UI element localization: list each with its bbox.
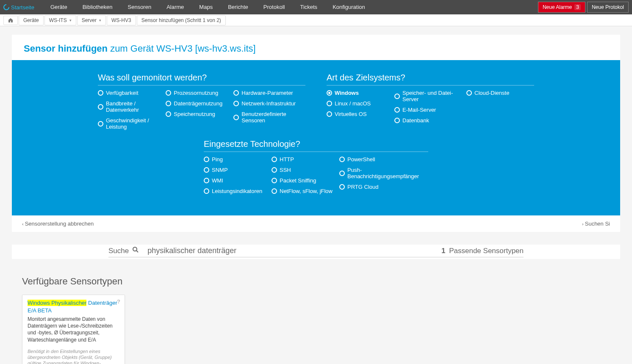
- filter-option[interactable]: NetFlow, sFlow, jFlow: [272, 188, 339, 194]
- new-protokoll-badge[interactable]: Neue Protokol: [587, 2, 629, 13]
- radio-icon: [394, 118, 400, 123]
- help-icon[interactable]: ?: [117, 298, 120, 305]
- breadcrumb-item[interactable]: Server▾: [77, 15, 106, 25]
- radio-icon: [98, 90, 103, 96]
- filter-option[interactable]: HTTP: [272, 156, 339, 163]
- cancel-label: Sensorerstellung abbrechen: [25, 221, 94, 227]
- actions-bar: ‹ Sensorerstellung abbrechen › Suchen Si: [12, 215, 620, 232]
- filter-option[interactable]: PRTG Cloud: [339, 184, 428, 190]
- filter-title-tech: Eingesetzte Technologie?: [204, 139, 428, 152]
- cancel-sensor-creation[interactable]: ‹ Sensorerstellung abbrechen: [22, 221, 94, 227]
- radio-icon: [204, 188, 209, 194]
- filter-option[interactable]: Netzwerk-Infrastruktur: [233, 100, 305, 107]
- filter-option-label: E-Mail-Server: [402, 107, 436, 113]
- filter-title-monitor: Was soll gemonitort werden?: [98, 73, 305, 85]
- topnav-item[interactable]: Maps: [191, 0, 220, 14]
- filter-option[interactable]: Push-Benachrichtigungsempfänger: [339, 167, 428, 179]
- filter-title-target: Art des Zielsystems?: [327, 73, 534, 85]
- chevron-left-icon: ‹: [22, 221, 24, 226]
- breadcrumb-item[interactable]: Sensor hinzufügen (Schritt 1 von 2): [137, 15, 226, 25]
- sensor-card[interactable]: ? Windows Physikalischer Datenträger E/A…: [22, 295, 125, 364]
- new-alarms-badge[interactable]: Neue Alarme3: [538, 2, 585, 13]
- radio-icon: [166, 90, 171, 96]
- filter-option[interactable]: Virtuelles OS: [327, 111, 394, 117]
- topnav-item[interactable]: Alarme: [159, 0, 191, 14]
- radio-icon: [394, 107, 400, 113]
- topnav-item[interactable]: Konfiguration: [325, 0, 373, 14]
- filter-option[interactable]: Windows: [327, 90, 394, 96]
- filter-option-label: Linux / macOS: [335, 100, 371, 107]
- filter-option[interactable]: Hardware-Parameter: [233, 90, 305, 96]
- filter-option-label: Leistungsindikatoren: [212, 188, 262, 194]
- filter-option-label: HTTP: [280, 156, 294, 163]
- filter-option[interactable]: Benutzerdefinierte Sensoren: [233, 111, 305, 124]
- filter-option[interactable]: Packet Sniffing: [272, 177, 339, 184]
- radio-icon: [272, 178, 277, 183]
- search-direct-link[interactable]: › Suchen Si: [582, 221, 610, 227]
- topnav-item[interactable]: Geräte: [43, 0, 75, 14]
- topnav-item[interactable]: Berichte: [220, 0, 256, 14]
- filter-option-label: Benutzerdefinierte Sensoren: [241, 111, 305, 124]
- filter-option-label: Speicher- und Datei-Server: [402, 90, 466, 102]
- breadcrumb-item[interactable]: WS-HV3: [107, 15, 136, 25]
- filter-option[interactable]: SNMP: [204, 167, 272, 173]
- radio-icon: [466, 90, 472, 96]
- sensor-title-highlight: Windows Physikalischer: [28, 300, 86, 306]
- filter-option[interactable]: Geschwindigkeit / Leistung: [98, 117, 166, 130]
- page-title-strong: Sensor hinzufügen: [24, 43, 108, 54]
- filter-option[interactable]: Leistungsindikatoren: [204, 188, 272, 194]
- filter-option[interactable]: Speichernutzung: [166, 111, 233, 117]
- search-input[interactable]: [147, 246, 441, 255]
- filter-option-label: Datenträgernutzung: [174, 100, 222, 107]
- radio-icon: [394, 94, 400, 99]
- filter-option[interactable]: Bandbreite / Datenverkehr: [98, 100, 166, 113]
- chevron-down-icon: ▾: [99, 18, 101, 22]
- sensor-card-req: Benötigt in den Einstellungen eines über…: [28, 348, 119, 364]
- radio-icon: [204, 178, 209, 183]
- search-direct-label: Suchen Si: [585, 221, 610, 227]
- radio-icon: [166, 101, 171, 106]
- home-link[interactable]: Startseite: [3, 4, 34, 11]
- topnav-item[interactable]: Sensoren: [120, 0, 159, 14]
- radio-icon: [166, 111, 171, 117]
- alarm-label: Neue Alarme: [543, 4, 572, 10]
- radio-icon: [339, 171, 345, 176]
- search-result-count: 1: [441, 247, 445, 255]
- top-nav: Startseite GeräteBibliothekenSensorenAla…: [0, 0, 632, 14]
- filter-option[interactable]: PowerShell: [339, 156, 428, 163]
- radio-icon: [339, 157, 345, 162]
- filter-option[interactable]: E-Mail-Server: [394, 107, 466, 113]
- filter-option[interactable]: Speicher- und Datei-Server: [394, 90, 466, 102]
- topnav-item[interactable]: Tickets: [292, 0, 325, 14]
- filter-option[interactable]: Datenträgernutzung: [166, 100, 233, 107]
- topnav-item[interactable]: Protokoll: [256, 0, 293, 14]
- filter-option-label: WMI: [212, 177, 223, 184]
- topnav-item[interactable]: Bibliotheken: [75, 0, 120, 14]
- page-title: Sensor hinzufügen zum Gerät WS-HV3 [ws-h…: [24, 43, 608, 60]
- filter-option-label: Packet Sniffing: [280, 177, 316, 184]
- filter-option-label: Datenbank: [402, 117, 429, 124]
- radio-icon: [204, 157, 209, 162]
- page-title-rest: zum Gerät WS-HV3 [ws-hv3.ws.its]: [110, 43, 256, 54]
- search-result-label: Passende Sensortypen: [449, 247, 524, 255]
- sensor-card-desc: Monitort angesammelte Daten von Datenträ…: [28, 316, 119, 343]
- radio-icon: [204, 167, 209, 173]
- filter-option[interactable]: Linux / macOS: [327, 100, 394, 107]
- filter-option[interactable]: Ping: [204, 156, 272, 163]
- sensor-card-title: Windows Physikalischer Datenträger E/A B…: [28, 299, 119, 314]
- filter-option-label: Ping: [212, 156, 223, 163]
- filter-option-label: Netzwerk-Infrastruktur: [241, 100, 296, 107]
- search-bar: Suche 1 Passende Sensortypen: [12, 245, 620, 259]
- filter-option-label: Cloud-Dienste: [474, 90, 509, 96]
- breadcrumb-item[interactable]: WS-ITS▾: [44, 15, 76, 25]
- filter-option[interactable]: Prozessornutzung: [166, 90, 233, 96]
- filter-option[interactable]: Cloud-Dienste: [466, 90, 534, 96]
- filter-option[interactable]: Datenbank: [394, 117, 466, 124]
- filter-option[interactable]: Verfügbarkeit: [98, 90, 166, 96]
- breadcrumb-item[interactable]: Geräte: [19, 15, 44, 25]
- filter-option[interactable]: SSH: [272, 167, 339, 173]
- breadcrumb-home[interactable]: [3, 16, 18, 25]
- filter-option[interactable]: WMI: [204, 177, 272, 184]
- filter-group-monitor: Was soll gemonitort werden? Verfügbarkei…: [98, 73, 305, 130]
- radio-icon: [339, 184, 345, 190]
